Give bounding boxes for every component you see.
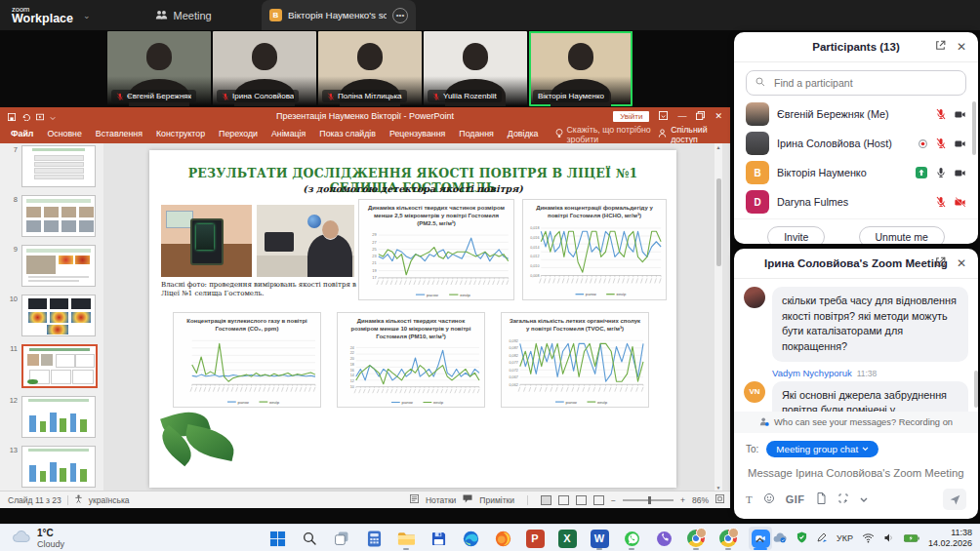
edge-icon[interactable]: [459, 527, 482, 550]
undo-icon[interactable]: [21, 107, 30, 125]
ribbon-tab[interactable]: Основне: [40, 125, 88, 143]
send-button[interactable]: [943, 489, 966, 510]
slide-sorter-view-icon[interactable]: [558, 495, 569, 505]
ribbon-tab[interactable]: Файл: [4, 125, 40, 143]
format-text-icon[interactable]: T: [746, 493, 753, 505]
gif-icon[interactable]: GIF: [786, 493, 805, 505]
ribbon-tab[interactable]: Подання: [452, 125, 501, 143]
weather-widget[interactable]: 1°C Cloudy: [12, 528, 64, 549]
pen-location-icon[interactable]: [816, 530, 828, 547]
security-shield-icon[interactable]: [796, 530, 807, 547]
pop-out-icon[interactable]: [934, 38, 947, 56]
ribbon-display-icon[interactable]: [659, 111, 668, 122]
video-tile[interactable]: Поліна Мітлицька: [318, 31, 422, 106]
onedrive-icon[interactable]: [773, 530, 788, 547]
chat-message-input[interactable]: [746, 466, 970, 480]
video-tile[interactable]: Yuliia Rozenblit: [424, 31, 527, 106]
screenshot-icon[interactable]: [837, 492, 849, 506]
message-bubble[interactable]: Які основні джерела забруднення повітря …: [772, 381, 968, 412]
participants-scrollbar[interactable]: [972, 101, 976, 155]
battery-icon[interactable]: [904, 530, 919, 547]
participant-row[interactable]: Ірина Соловйова (Host): [734, 129, 978, 158]
canvas-scrollbar[interactable]: ▲ ▼: [715, 143, 722, 492]
search-icon[interactable]: [298, 527, 321, 550]
participant-row[interactable]: [734, 216, 978, 218]
floppy-icon[interactable]: [427, 527, 450, 550]
search-input[interactable]: [772, 76, 958, 90]
accessibility-icon[interactable]: [74, 494, 83, 505]
chevron-down-icon[interactable]: [860, 493, 868, 505]
slide-thumbnail-12[interactable]: [21, 396, 96, 438]
ribbon-tab[interactable]: Показ слайдів: [312, 125, 383, 143]
speaker-icon[interactable]: [883, 530, 895, 547]
ribbon-tab[interactable]: Вставлення: [89, 125, 149, 143]
message-bubble[interactable]: скільки треба часу для відновлення якост…: [772, 287, 968, 362]
slide-thumbnail-13[interactable]: [21, 446, 96, 488]
scroll-up-icon[interactable]: ▲: [715, 144, 722, 150]
ribbon-tab[interactable]: Анімація: [265, 125, 312, 143]
chat-privacy-notice[interactable]: Who can see your messages? Recording on: [734, 412, 978, 433]
share-button[interactable]: Спільний доступ: [658, 125, 720, 144]
pop-out-icon[interactable]: [934, 255, 947, 272]
zoom-slider[interactable]: [623, 499, 674, 501]
taskbar-clock[interactable]: 11:38 14.02.2026: [928, 528, 972, 549]
close-icon[interactable]: ✕: [957, 256, 966, 270]
tell-me-box[interactable]: Скажіть, що потрібно зробити: [555, 125, 659, 144]
reading-view-icon[interactable]: [576, 495, 587, 505]
whatsapp-icon[interactable]: [620, 527, 643, 550]
slide-thumbnail-7[interactable]: [21, 145, 96, 187]
invite-button[interactable]: Invite: [767, 226, 825, 244]
ribbon-tab[interactable]: Конструктор: [149, 125, 212, 143]
video-tile[interactable]: Євгеній Бережняк: [107, 31, 211, 106]
slideshow-view-icon[interactable]: [593, 495, 604, 505]
word-icon[interactable]: W: [588, 527, 611, 550]
close-icon[interactable]: ✕: [957, 40, 966, 54]
notes-toggle[interactable]: Нотатки: [426, 495, 456, 505]
slide-thumbnail-10[interactable]: [21, 295, 96, 336]
ribbon-tab[interactable]: Довідка: [501, 125, 546, 143]
powerpoint-icon[interactable]: P: [523, 527, 547, 550]
close-button[interactable]: ✕: [715, 111, 722, 121]
firefox-icon[interactable]: [491, 527, 514, 550]
wifi-icon[interactable]: [862, 530, 875, 547]
comments-toggle[interactable]: Примітки: [479, 495, 514, 505]
video-tile[interactable]: Ірина Соловйова: [213, 31, 316, 106]
emoji-icon[interactable]: [763, 492, 775, 506]
participant-row[interactable]: DDaryna Fulmes: [734, 187, 978, 216]
customize-qat-chevron-icon[interactable]: [50, 107, 56, 125]
normal-view-icon[interactable]: [541, 495, 551, 505]
chat-scrollbar[interactable]: [974, 371, 978, 408]
minimize-button[interactable]: —: [677, 111, 686, 121]
slide-thumbnail-8[interactable]: [21, 195, 96, 237]
zoom-out-icon[interactable]: −: [611, 495, 616, 505]
file-explorer-icon[interactable]: [394, 527, 418, 550]
chrome-2-icon[interactable]: [716, 527, 740, 550]
participant-row[interactable]: BВікторія Науменко: [734, 158, 978, 187]
ribbon-tab[interactable]: Рецензування: [383, 125, 452, 143]
chrome-1-icon[interactable]: [684, 527, 708, 550]
tab-shared-screen[interactable]: B Вікторія Науменко's screen •••: [262, 0, 416, 30]
tab-options-ellipsis-icon[interactable]: •••: [392, 8, 408, 23]
participant-search[interactable]: [746, 70, 966, 96]
slide-thumbnail-9[interactable]: [21, 245, 96, 287]
attach-file-icon[interactable]: [816, 492, 827, 506]
language-indicator[interactable]: українська: [89, 495, 130, 505]
excel-icon[interactable]: X: [555, 527, 579, 550]
zoom-percentage[interactable]: 86%: [692, 495, 709, 505]
viber-icon[interactable]: [652, 527, 675, 550]
save-icon[interactable]: [8, 107, 16, 125]
task-view-icon[interactable]: [330, 527, 353, 550]
participant-row[interactable]: Євгеній Бережняк (Me): [734, 99, 978, 129]
ribbon-tab[interactable]: Переходи: [212, 125, 265, 143]
start-icon[interactable]: [265, 527, 289, 550]
calculator-icon[interactable]: [362, 527, 386, 550]
zoom-in-icon[interactable]: +: [680, 495, 685, 505]
slide-thumbnail-11[interactable]: [21, 344, 98, 388]
language-indicator[interactable]: УКР: [837, 533, 853, 543]
start-slideshow-icon[interactable]: [36, 107, 44, 125]
chevron-down-icon[interactable]: ⌄: [83, 11, 91, 20]
video-tile[interactable]: Вікторія Науменко: [529, 31, 633, 106]
tab-meeting[interactable]: Meeting: [155, 9, 212, 21]
sign-in-button[interactable]: Увійти: [613, 111, 649, 122]
recipient-selector[interactable]: Meeting group chat: [766, 441, 878, 457]
